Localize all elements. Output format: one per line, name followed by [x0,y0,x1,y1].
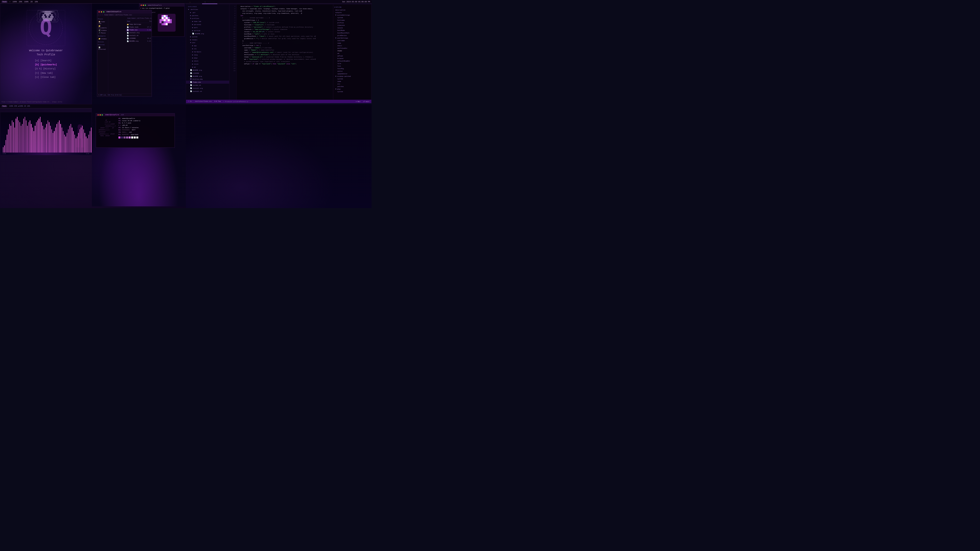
tree-item-themes[interactable]: ▶ themes [186,38,229,41]
tree-item-worklab[interactable]: ▶ worklab [186,29,229,32]
tree-item-license[interactable]: 📄 LICENSE [186,72,229,75]
fm-row-installsh[interactable]: 📄 install.sh [126,34,152,37]
outline-bootmountpath[interactable]: bootMountPath [334,32,370,34]
fm-toolbar-nav[interactable]: ← → ↑ [98,14,103,16]
outline-username[interactable]: username [334,39,370,42]
file-icon: 📄 [190,84,192,86]
outline-np-src[interactable]: src [334,83,370,85]
browser-menu-quickmarks[interactable]: [b] [Quickmarks] [35,63,57,67]
fm-row-installorg[interactable]: 📄 install.org [126,32,152,34]
fm-item-documents[interactable]: 📁 Documents [98,25,107,29]
outline-np-name[interactable]: name [334,80,370,83]
outline-editor[interactable]: editor [334,70,370,73]
tree-item-hardware[interactable]: ▶ hardware [186,50,229,53]
tree-item-pkgs[interactable]: ▶ pkgs [186,56,229,59]
outline-name[interactable]: name [334,42,370,44]
tree-item-system[interactable]: ▶ system [186,35,229,38]
tree-item-dotfiles[interactable]: ▼ .dotfiles [186,8,229,11]
outline-pkgs[interactable]: ▼ pkgs [334,88,370,90]
outline-np-system[interactable]: system [334,78,370,80]
tree-item-readmeorg1[interactable]: 📄 README.org [186,32,229,35]
window-min-dot[interactable] [143,5,144,6]
fm-row-flakenix[interactable]: 📄 flake.nix 2.26 K [126,29,152,32]
tree-item-hardensh[interactable]: 📄 harden.sh [186,84,229,87]
outline-spawneditor[interactable]: spawnEditor [334,73,370,75]
tree-item-patches[interactable]: ▶ patches [186,14,229,17]
svg-rect-22 [159,19,162,23]
tree-item-user[interactable]: ▼ user [186,41,229,44]
fm-item-music[interactable]: 🎵 Music [98,32,107,34]
fm-section-external: External [98,44,107,46]
tree-item-shell[interactable]: ▶ shell [186,59,229,62]
outline-dotfilesdir[interactable]: dotfilesDir [334,47,370,49]
nf-max-dot[interactable] [102,114,103,116]
viz-bar [3,147,3,152]
browser-menu-newtab[interactable]: [t] [New tab] [35,71,57,75]
fm-min-dot[interactable] [101,11,102,13]
browser-menu-closetab[interactable]: [x] [Close tab] [35,75,57,79]
tree-item-work[interactable]: ▶ work [186,26,229,29]
nf-min-dot[interactable] [100,114,101,116]
fm-item-external[interactable]: 💾 External [98,46,107,51]
outline-nixpkgs-patched[interactable]: ▼ nixpkgs-patched [334,75,370,78]
outline-grubdevice[interactable]: grubDevice [334,34,370,37]
outline-email[interactable]: email [334,44,370,47]
viz-bar [45,127,46,152]
browser-menu-search[interactable]: [o] [Search] [35,59,57,63]
outline-user-settings[interactable]: ▼ userSettings [334,37,370,39]
window-max-dot[interactable] [145,5,146,6]
outline-font[interactable]: font [334,65,370,67]
outline-system[interactable]: system [334,16,370,19]
window-close-dot[interactable] [141,5,142,6]
fm-item-videos[interactable]: 🎬 Videos [98,29,107,32]
fm-row-temp[interactable]: 📁 Temp-Settings [126,23,152,26]
tree-item-wm[interactable]: ▶ wm [186,65,229,68]
tree-item-app[interactable]: ▶ app [186,44,229,47]
tree-item-installorg[interactable]: 📄 install.org [186,87,229,90]
fm-close-dot[interactable] [99,11,100,13]
outline-hostname[interactable]: hostname [334,19,370,21]
outline-term[interactable]: term [334,62,370,65]
outline-bootmode[interactable]: bootMode [334,29,370,32]
tree-item-personal[interactable]: ▶ personal [186,23,229,26]
outline-system-settings[interactable]: ▼ systemSettings [334,14,370,16]
outline-outputs[interactable]: outputs [334,11,370,14]
outline-theme[interactable]: theme [334,49,370,52]
outline-locale[interactable]: locale [334,27,370,29]
viz-bar [59,121,60,152]
tree-item-style[interactable]: ▶ style [186,62,229,65]
code-text[interactable]: description = "Flake of LibrePhoenix"; o… [237,4,333,100]
outline-profile[interactable]: profile [334,21,370,24]
tree-item-installsh[interactable]: 📄 install.sh [186,90,229,93]
outline-wm[interactable]: wm [334,52,370,55]
svg-rect-23 [170,19,172,23]
tree-item-lang[interactable]: ▶ lang [186,53,229,56]
fm-row-license[interactable]: 📄 LICENSE 34.2 K [126,37,152,40]
outline-pkgs-system[interactable]: system [334,90,370,93]
outline-wmtype[interactable]: wmType [334,55,370,57]
fm-item-themes[interactable]: 📁 themes [98,38,107,40]
tree-item-homelab[interactable]: ▶ home lab [186,20,229,23]
tree-item-profiles[interactable]: ▼ profiles [186,17,229,20]
fm-row-flakelock[interactable]: 📄 flake.lock 27.5 K [126,26,152,29]
tree-item-flakenix[interactable]: 📄 flake.nix [186,81,229,84]
tree-item-readmeorg2[interactable]: 📄 README.org [186,68,229,72]
tree-item-readmeorg3[interactable]: 📄 README.org [186,75,229,78]
outline-defaultroamdir[interactable]: defaultRoamDir [334,60,370,62]
status-disk-val: 100% [24,1,28,3]
nf-close-dot[interactable] [97,114,99,116]
tree-item-git[interactable]: ▶ .git [186,11,229,14]
outline-description[interactable]: description [334,9,370,11]
outline-fontpkg[interactable]: fontPkg [334,67,370,70]
tree-item-desktoppng[interactable]: 🖼 desktop.png [186,78,229,81]
fm-row-readme[interactable]: 📄 README.org 4.22 K [126,40,152,43]
fm-max-dot[interactable] [103,11,104,13]
viz-bar [80,129,80,152]
fm-item-homelab[interactable]: 🏠 home lab [98,21,107,25]
outline-timezone[interactable]: timezone [334,24,370,27]
folder-icon: ▶ [190,14,191,17]
outline-browser[interactable]: browser [334,57,370,60]
browser-menu-history[interactable]: [S h] [History] [35,67,57,71]
tree-item-cli[interactable]: ▶ cli [186,47,229,50]
outline-np-patches[interactable]: patches [334,85,370,88]
